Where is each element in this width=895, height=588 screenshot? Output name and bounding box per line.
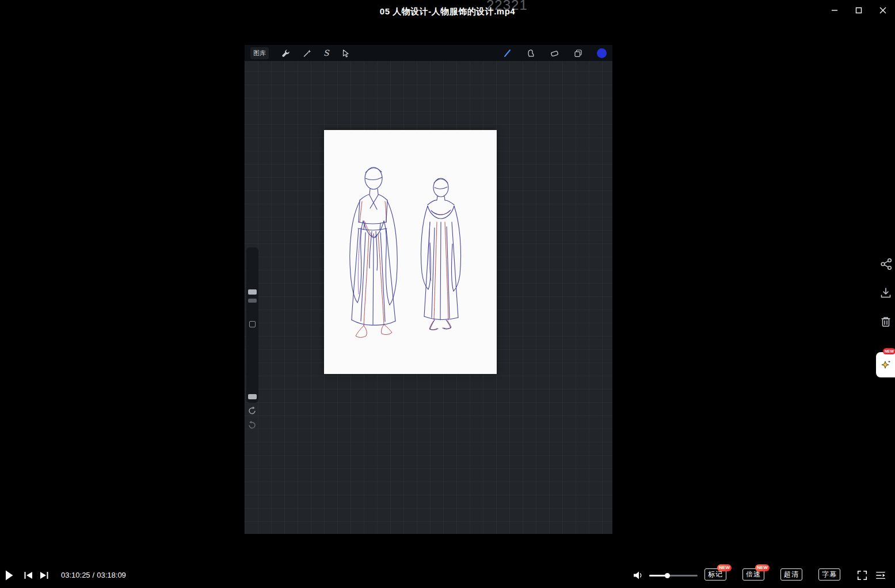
- size-slider-secondary-handle[interactable]: [248, 299, 257, 303]
- transform-button[interactable]: [341, 48, 351, 58]
- window-title: 05 人物设计-人物服饰的设计.mp4: [0, 6, 895, 17]
- undo-button[interactable]: [246, 404, 258, 416]
- trash-icon: [879, 315, 892, 328]
- title-bar: 22321 05 人物设计-人物服饰的设计.mp4: [0, 0, 895, 22]
- mark-new-badge: NEW: [717, 564, 732, 571]
- quality-label: 超清: [784, 570, 799, 578]
- download-icon: [879, 287, 892, 299]
- volume-button[interactable]: [632, 570, 645, 581]
- brush-icon: [503, 49, 512, 58]
- sparkle-star-icon: [880, 359, 892, 371]
- current-time: 03:10:25: [61, 571, 90, 579]
- speed-button[interactable]: 倍速 NEW: [742, 568, 764, 581]
- play-icon: [5, 570, 14, 581]
- fullscreen-button[interactable]: [855, 569, 869, 582]
- window-controls: [822, 0, 895, 21]
- adjustments-button[interactable]: [302, 48, 311, 58]
- smudge-finger-icon: [527, 49, 535, 58]
- color-swatch[interactable]: [597, 48, 607, 58]
- share-icon: [880, 258, 893, 270]
- download-button[interactable]: [878, 285, 893, 300]
- mark-label: 标记: [708, 570, 723, 578]
- close-icon: [879, 7, 886, 14]
- maximize-button[interactable]: [847, 0, 871, 21]
- wrench-icon: [281, 49, 290, 58]
- layers-button[interactable]: [573, 48, 582, 58]
- opacity-slider-handle[interactable]: [248, 394, 257, 399]
- subtitle-button[interactable]: 字幕: [818, 568, 840, 581]
- screen: 22321 05 人物设计-人物服饰的设计.mp4 图库: [0, 0, 895, 588]
- play-button[interactable]: [2, 569, 16, 582]
- eraser-tool-button[interactable]: [550, 48, 559, 58]
- quality-button[interactable]: 超清: [780, 568, 802, 581]
- redo-icon: [247, 420, 257, 429]
- time-separator: /: [93, 571, 95, 579]
- selection-button[interactable]: S: [323, 48, 329, 58]
- maximize-icon: [855, 7, 862, 14]
- previous-icon: [23, 571, 33, 580]
- player-controls: 03:10:25/03:18:09 标记 NEW 倍速 NEW 超清 字幕: [0, 563, 895, 588]
- next-button[interactable]: [38, 570, 51, 581]
- close-button[interactable]: [871, 0, 895, 21]
- fullscreen-icon: [856, 570, 868, 581]
- assistant-star-button[interactable]: NEW: [876, 352, 895, 377]
- brush-sidebar[interactable]: [246, 247, 258, 403]
- time-display: 03:10:25/03:18:09: [60, 563, 127, 588]
- video-area[interactable]: 图库 S: [245, 45, 612, 534]
- previous-button[interactable]: [22, 570, 35, 581]
- speed-label: 倍速: [746, 570, 761, 578]
- actions-wrench-button[interactable]: [281, 48, 290, 58]
- size-slider-handle[interactable]: [248, 289, 257, 295]
- assistant-new-badge: NEW: [883, 348, 895, 354]
- undo-icon: [247, 406, 257, 415]
- gallery-button[interactable]: 图库: [250, 47, 269, 59]
- mark-button[interactable]: 标记 NEW: [704, 568, 726, 581]
- volume-icon: [633, 570, 644, 581]
- brush-tool-button[interactable]: [502, 48, 512, 58]
- minimize-button[interactable]: [822, 0, 847, 21]
- volume-knob[interactable]: [665, 573, 670, 578]
- redo-button[interactable]: [246, 419, 258, 430]
- delete-button[interactable]: [878, 314, 893, 329]
- app-toolbar: 图库 S: [245, 45, 612, 61]
- eraser-icon: [550, 49, 559, 58]
- share-button[interactable]: [879, 257, 894, 272]
- drawing-canvas[interactable]: [324, 130, 497, 374]
- speed-new-badge: NEW: [755, 564, 770, 571]
- playlist-button[interactable]: [874, 570, 888, 581]
- figure-drawing: [324, 130, 497, 374]
- magic-wand-icon: [303, 49, 311, 58]
- modify-button[interactable]: [249, 321, 256, 327]
- layers-icon: [574, 49, 582, 58]
- smudge-tool-button[interactable]: [526, 48, 535, 58]
- playlist-icon: [875, 570, 886, 581]
- next-icon: [39, 571, 49, 580]
- subtitle-label: 字幕: [822, 570, 837, 578]
- cursor-arrow-icon: [341, 49, 350, 58]
- volume-slider[interactable]: [649, 575, 698, 576]
- minimize-icon: [831, 7, 838, 14]
- duration: 03:18:09: [97, 571, 126, 579]
